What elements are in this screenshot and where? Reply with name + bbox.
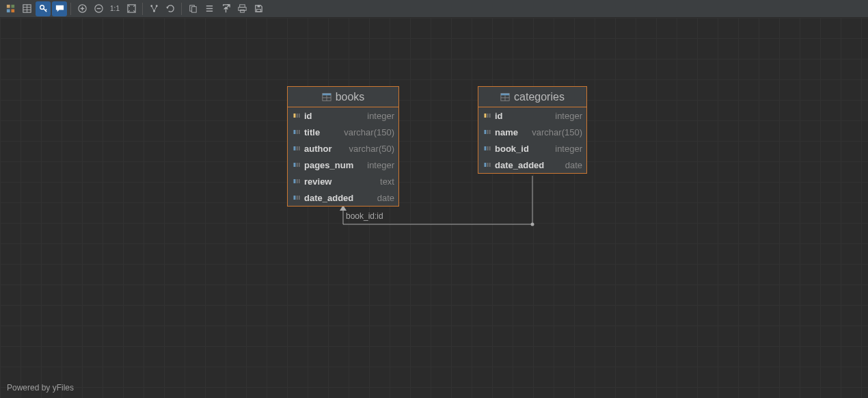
column-row[interactable]: reviewtext xyxy=(288,173,398,189)
column-name: author xyxy=(304,144,331,154)
copy-icon xyxy=(188,3,198,14)
table-icon xyxy=(500,92,510,102)
svg-rect-68 xyxy=(489,146,491,150)
copy-button[interactable] xyxy=(185,1,200,16)
comment-button[interactable] xyxy=(52,1,67,16)
column-name: date_added xyxy=(495,160,544,170)
entity-title: categories xyxy=(514,91,565,103)
column-row[interactable]: titlevarchar(150) xyxy=(288,124,398,140)
column-row[interactable]: pages_numinteger xyxy=(288,157,398,173)
svg-rect-67 xyxy=(487,146,489,150)
key-icon xyxy=(38,3,49,14)
route-button[interactable] xyxy=(146,1,161,16)
column-type: text xyxy=(380,176,394,187)
footer-credit: Powered by yFiles xyxy=(7,383,74,393)
column-row[interactable]: namevarchar(150) xyxy=(478,124,586,140)
fit-icon xyxy=(126,3,137,14)
column-name: review xyxy=(304,176,331,187)
column-name: book_id xyxy=(495,144,529,154)
layout-button[interactable] xyxy=(3,1,18,16)
svg-rect-61 xyxy=(487,114,489,118)
export-icon xyxy=(221,3,231,14)
fit-content-button[interactable] xyxy=(124,1,139,16)
svg-rect-66 xyxy=(485,146,487,150)
route-icon xyxy=(149,3,159,14)
svg-rect-50 xyxy=(294,179,296,183)
entity-title: books xyxy=(336,91,365,103)
svg-point-33 xyxy=(531,223,534,226)
relationship-edge xyxy=(0,18,868,398)
column-row[interactable]: date_addeddate xyxy=(288,189,398,206)
column-type: integer xyxy=(367,160,394,170)
svg-rect-35 xyxy=(323,93,331,95)
svg-rect-39 xyxy=(297,114,298,118)
svg-rect-27 xyxy=(239,5,245,8)
column-name: date_added xyxy=(304,193,353,203)
column-icon xyxy=(483,161,492,169)
one-to-one-icon: 1:1 xyxy=(110,5,120,12)
svg-rect-54 xyxy=(297,196,298,200)
save-button[interactable] xyxy=(251,1,266,16)
svg-rect-38 xyxy=(294,114,296,118)
svg-rect-42 xyxy=(297,130,298,134)
print-icon xyxy=(237,3,247,14)
svg-rect-2 xyxy=(6,9,10,12)
zoom-in-button[interactable] xyxy=(74,1,90,16)
entity-books[interactable]: booksidintegertitlevarchar(150)authorvar… xyxy=(287,86,399,207)
column-type: varchar(50) xyxy=(349,144,394,154)
svg-rect-43 xyxy=(299,130,300,134)
relationship-label: book_id:id xyxy=(346,211,383,221)
column-icon xyxy=(292,194,301,202)
entity-header[interactable]: categories xyxy=(478,87,586,107)
zoom-out-icon xyxy=(94,3,104,14)
entity-header[interactable]: books xyxy=(288,87,398,107)
column-name: name xyxy=(495,127,518,137)
table-icon xyxy=(22,3,32,14)
toolbar-separator xyxy=(142,3,143,15)
zoom-out-button[interactable] xyxy=(91,1,106,16)
key-column-icon xyxy=(483,111,492,120)
column-row[interactable]: date_addeddate xyxy=(478,157,586,173)
column-row[interactable]: authorvarchar(50) xyxy=(288,140,398,157)
list-button[interactable] xyxy=(202,1,217,16)
svg-rect-44 xyxy=(294,146,296,150)
table-button[interactable] xyxy=(19,1,34,16)
svg-rect-53 xyxy=(294,196,296,200)
list-icon xyxy=(204,3,215,14)
toolbar-separator xyxy=(181,3,182,15)
column-icon xyxy=(292,144,301,152)
column-row[interactable]: idinteger xyxy=(288,107,398,124)
column-row[interactable]: book_idinteger xyxy=(478,140,586,157)
svg-rect-65 xyxy=(489,130,491,134)
toolbar-separator xyxy=(70,3,71,15)
svg-rect-46 xyxy=(299,146,300,150)
column-type: integer xyxy=(367,111,394,121)
key-button[interactable] xyxy=(36,1,51,16)
refresh-button[interactable] xyxy=(163,1,178,16)
svg-rect-70 xyxy=(487,163,489,167)
svg-rect-40 xyxy=(299,114,300,118)
refresh-icon xyxy=(165,3,176,14)
column-name: id xyxy=(304,111,312,121)
print-button[interactable] xyxy=(234,1,249,16)
actual-size-button[interactable]: 1:1 xyxy=(107,1,122,16)
svg-rect-45 xyxy=(297,146,298,150)
column-row[interactable]: idinteger xyxy=(478,107,586,124)
svg-rect-60 xyxy=(485,114,487,118)
svg-line-10 xyxy=(45,9,46,10)
column-type: date xyxy=(377,193,394,203)
svg-rect-31 xyxy=(257,5,260,8)
svg-rect-71 xyxy=(489,163,491,167)
svg-rect-49 xyxy=(299,163,300,167)
column-icon xyxy=(483,128,492,136)
save-icon xyxy=(254,3,264,14)
svg-rect-48 xyxy=(297,163,298,167)
entity-categories[interactable]: categoriesidintegernamevarchar(150)book_… xyxy=(478,86,587,174)
diagram-canvas[interactable]: book_id:id booksidintegertitlevarchar(15… xyxy=(0,18,868,398)
svg-rect-57 xyxy=(501,93,509,95)
column-icon xyxy=(292,177,301,185)
export-button[interactable] xyxy=(218,1,233,16)
column-type: varchar(150) xyxy=(344,127,394,137)
comment-icon xyxy=(55,3,65,14)
column-icon xyxy=(292,161,301,169)
